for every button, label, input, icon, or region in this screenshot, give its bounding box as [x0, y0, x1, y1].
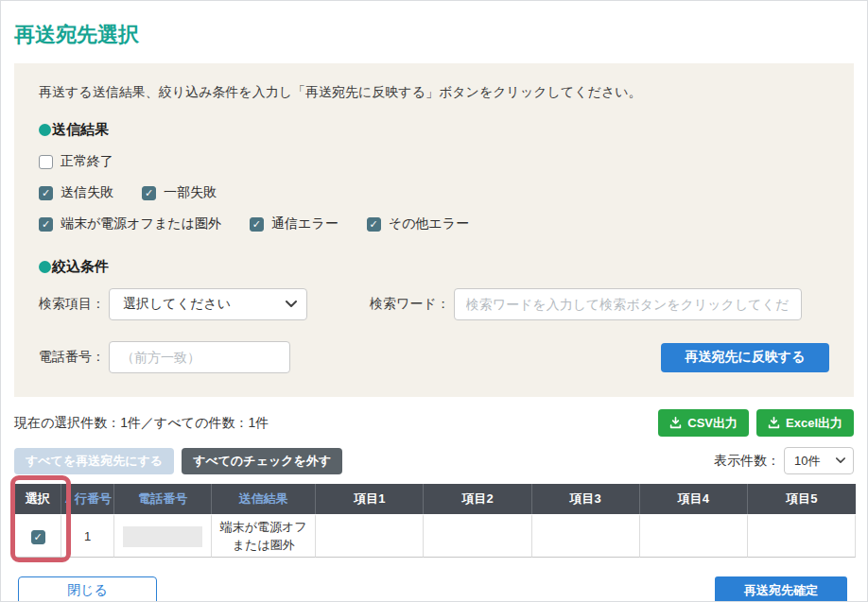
- column-header-item5: 項目5: [748, 484, 856, 514]
- checkbox-send-failure[interactable]: ✓ 送信失敗: [39, 184, 113, 201]
- checkbox-icon: ✓: [142, 186, 156, 200]
- cell-send-result: 端末が電源オフまたは圏外: [212, 514, 316, 558]
- search-item-select[interactable]: 選択してください: [109, 288, 307, 320]
- send-result-row-2: ✓ 送信失敗 ✓ 一部失敗: [39, 184, 829, 201]
- checkbox-normal-end[interactable]: ✓ 正常終了: [39, 153, 113, 170]
- checkbox-icon: ✓: [39, 186, 53, 200]
- sort-ascending-icon: ▲: [63, 495, 72, 505]
- table-header-row: 選択 ▲行番号 電話番号 送信結果 項目1 項目2 項目3 項目4 項目5: [14, 484, 856, 514]
- footer-actions: 閉じる 再送宛先確定: [18, 576, 847, 602]
- phone-number-label: 電話番号：: [39, 349, 105, 366]
- download-icon: [768, 417, 780, 429]
- column-header-item2: 項目2: [424, 484, 531, 514]
- chevron-down-icon: [286, 301, 297, 308]
- page-size-label: 表示件数：: [714, 453, 780, 470]
- narrow-condition-section-heading: 絞込条件: [39, 258, 829, 276]
- check-icon: ✓: [33, 532, 42, 542]
- phone-number-input[interactable]: [109, 341, 290, 373]
- section-bullet-icon: [39, 124, 51, 136]
- page-size-select[interactable]: 10件: [784, 447, 854, 474]
- column-header-item1: 項目1: [316, 484, 424, 514]
- checkbox-label: 正常終了: [61, 153, 113, 170]
- apply-to-resend-button[interactable]: 再送宛先に反映する: [661, 343, 829, 372]
- cell-item1: [316, 514, 424, 558]
- send-result-section-heading: 送信結果: [39, 121, 829, 139]
- checkbox-icon: ✓: [250, 217, 264, 232]
- column-header-label: 行番号: [75, 491, 112, 506]
- check-icon: ✓: [42, 219, 50, 230]
- excel-export-button[interactable]: Excel出力: [756, 409, 854, 437]
- export-buttons: CSV出力 Excel出力: [658, 409, 854, 437]
- send-result-row-3: ✓ 端末が電源オフまたは圏外 ✓ 通信エラー ✓ その他エラー: [39, 215, 829, 232]
- search-word-label: 検索ワード：: [370, 296, 450, 313]
- check-icon: ✓: [145, 188, 153, 198]
- checkbox-power-off-or-out-of-range[interactable]: ✓ 端末が電源オフまたは圏外: [39, 215, 221, 232]
- checkbox-label: 通信エラー: [271, 215, 339, 232]
- cell-item4: [640, 514, 748, 558]
- check-icon: ✓: [252, 219, 261, 230]
- resend-destination-dialog: 再送宛先選択 再送する送信結果、絞り込み条件を入力し「再送宛先に反映する」ボタン…: [0, 0, 868, 602]
- column-header-phone-number[interactable]: 電話番号: [114, 484, 212, 514]
- column-header-send-result[interactable]: 送信結果: [212, 484, 316, 514]
- column-header-select: 選択: [14, 484, 61, 514]
- excel-export-label: Excel出力: [786, 415, 842, 432]
- checkbox-icon: ✓: [39, 155, 53, 169]
- column-header-item4: 項目4: [640, 484, 748, 514]
- csv-export-button[interactable]: CSV出力: [658, 409, 749, 437]
- cell-item5: [748, 514, 856, 558]
- download-icon: [669, 417, 682, 429]
- check-icon: ✓: [42, 188, 50, 198]
- checkbox-partial-failure[interactable]: ✓ 一部失敗: [142, 184, 217, 201]
- row-select-checkbox[interactable]: ✓: [31, 530, 45, 544]
- chevron-down-icon: [836, 457, 845, 464]
- checkbox-label: その他エラー: [389, 215, 469, 232]
- cell-phone-number: [114, 514, 212, 558]
- uncheck-all-button[interactable]: すべてのチェックを外す: [182, 448, 342, 474]
- cell-row-number: 1: [61, 514, 114, 558]
- search-item-selected-value: 選択してください: [123, 296, 231, 313]
- send-result-row-1: ✓ 正常終了: [39, 153, 829, 170]
- narrow-heading-label: 絞込条件: [52, 258, 109, 276]
- phone-condition-row: 電話番号： 再送宛先に反映する: [39, 341, 829, 373]
- phone-redaction-block: [123, 526, 202, 547]
- checkbox-label: 端末が電源オフまたは圏外: [61, 215, 221, 232]
- checkbox-label: 一部失敗: [164, 184, 217, 201]
- confirm-resend-button[interactable]: 再送宛先確定: [715, 576, 847, 602]
- page-size-selected-value: 10件: [794, 453, 820, 470]
- instruction-text: 再送する送信結果、絞り込み条件を入力し「再送宛先に反映する」ボタンをクリックして…: [39, 84, 829, 101]
- page-title: 再送宛先選択: [1, 1, 867, 49]
- close-button[interactable]: 閉じる: [18, 576, 157, 602]
- search-condition-row: 検索項目： 選択してください 検索ワード：: [39, 288, 829, 320]
- checkbox-other-error[interactable]: ✓ その他エラー: [367, 215, 469, 232]
- select-all-resend-button[interactable]: すべてを再送宛先にする: [14, 448, 174, 474]
- table-row: ✓ 1 端末が電源オフまたは圏外: [14, 514, 856, 558]
- bulk-action-row: すべてを再送宛先にする すべてのチェックを外す 表示件数： 10件: [14, 447, 854, 474]
- page-size-control: 表示件数： 10件: [714, 447, 854, 474]
- cell-item2: [424, 514, 531, 558]
- csv-export-label: CSV出力: [687, 415, 738, 432]
- checkbox-communication-error[interactable]: ✓ 通信エラー: [250, 215, 339, 232]
- count-and-export-row: 現在の選択件数：1件／すべての件数：1件 CSV出力 Excel出力: [14, 409, 854, 437]
- selection-count-text: 現在の選択件数：1件／すべての件数：1件: [14, 415, 269, 432]
- column-header-row-number[interactable]: ▲行番号: [61, 484, 114, 514]
- checkbox-icon: ✓: [367, 217, 381, 232]
- result-table: 選択 ▲行番号 電話番号 送信結果 項目1 項目2 項目3 項目4 項目5 ✓ …: [14, 484, 854, 558]
- checkbox-label: 送信失敗: [61, 184, 113, 201]
- filter-panel: 再送する送信結果、絞り込み条件を入力し「再送宛先に反映する」ボタンをクリックして…: [14, 63, 854, 397]
- column-header-item3: 項目3: [532, 484, 640, 514]
- check-icon: ✓: [370, 219, 378, 230]
- checkbox-icon: ✓: [39, 217, 53, 232]
- search-word-input[interactable]: [454, 288, 802, 320]
- cell-select: ✓: [14, 514, 61, 558]
- section-bullet-icon: [39, 261, 51, 273]
- cell-item3: [532, 514, 640, 558]
- search-item-label: 検索項目：: [39, 296, 105, 313]
- send-result-heading-label: 送信結果: [52, 121, 109, 139]
